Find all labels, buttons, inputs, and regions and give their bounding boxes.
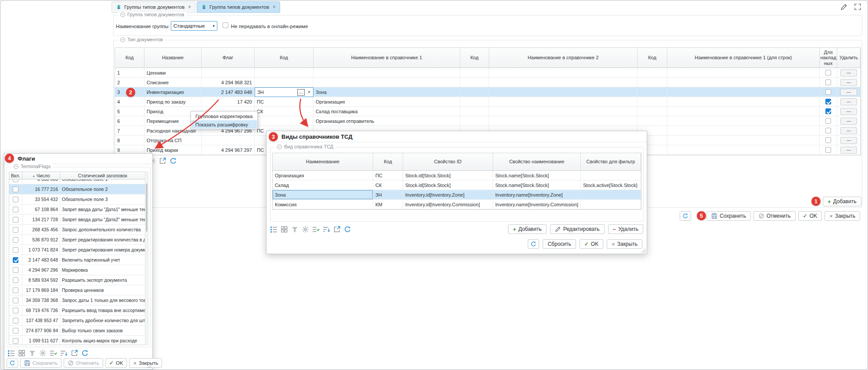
cell-enabled[interactable] (9, 305, 22, 316)
ok-button[interactable]: ✓OK (105, 358, 127, 368)
cell-for-invoice[interactable] (820, 136, 837, 145)
delete-row-button[interactable]: — (840, 127, 857, 134)
cell-ref1[interactable]: Организация отправитель (313, 116, 460, 126)
flag-row[interactable]: 8 388 608Обязательное поле 1 (9, 180, 145, 184)
cell-code3[interactable] (460, 107, 489, 116)
flag-row[interactable]: 17 179 869 184Проверка ценников (9, 285, 145, 295)
cell-caption[interactable]: Включить партионный учет (60, 255, 145, 265)
cell-caption[interactable]: Запрос даты 1 только для весового товара (60, 295, 145, 305)
cell-caption[interactable]: Маркировка (60, 265, 145, 275)
cell-code2[interactable]: ПС (255, 97, 313, 107)
cell-enabled[interactable] (9, 275, 22, 285)
cell-caption[interactable]: Выбор только своих заказов (60, 326, 145, 336)
cell-delete[interactable]: — (837, 87, 861, 97)
refresh-button[interactable] (7, 358, 18, 368)
cell-number[interactable]: 137 438 953 47 (22, 316, 60, 326)
cell-ref3[interactable] (667, 145, 820, 155)
cell-number[interactable]: 4 294 967 296 (22, 265, 60, 275)
delete-row-button[interactable]: — (840, 108, 857, 115)
clear-icon[interactable]: × (306, 89, 312, 95)
flag-checkbox[interactable] (13, 267, 18, 273)
cell-code2[interactable] (255, 116, 313, 126)
cell-code[interactable]: 2 (115, 78, 144, 87)
cell-delete[interactable]: — (837, 78, 861, 87)
cell-number[interactable]: 34 359 738 368 (22, 295, 60, 305)
cell-enabled[interactable] (9, 235, 22, 245)
cancel-button[interactable]: Отменить (753, 211, 796, 221)
cell-ref3[interactable] (667, 87, 820, 97)
cell-ref1[interactable] (313, 78, 460, 87)
cell-number[interactable]: 16 777 216 (22, 184, 60, 194)
export-icon[interactable] (333, 226, 341, 233)
cell-caption[interactable]: Запрос дополнительного количества (60, 225, 145, 235)
cell-for-invoice[interactable] (820, 107, 837, 116)
column-header[interactable]: Свойство ID (403, 153, 493, 171)
delete-row-button[interactable]: — (840, 147, 857, 154)
filter-icon[interactable] (291, 226, 299, 233)
column-header[interactable]: Свойство наименование (493, 153, 581, 171)
cell-caption[interactable]: Запрет ввода даты "Дата2" меньше текущей (60, 215, 145, 225)
flag-checkbox[interactable] (13, 338, 18, 344)
cell-code[interactable]: 8 (115, 136, 144, 145)
cell-number[interactable]: 67 108 864 (22, 205, 60, 215)
cell-code3[interactable] (460, 68, 489, 78)
cell-number[interactable]: 1 099 511 627 (22, 336, 60, 345)
flag-checkbox[interactable] (13, 207, 18, 212)
cell-ref2[interactable] (489, 97, 637, 107)
column-header[interactable]: Флаг (202, 48, 255, 68)
doc-type-row[interactable]: 2Списание4 294 968 321— (115, 78, 861, 87)
cell-flag[interactable]: 2 147 483 648 (202, 87, 255, 97)
cell-enabled[interactable] (9, 245, 22, 255)
cell-number[interactable]: 68 719 476 736 (22, 305, 60, 316)
cell-code[interactable]: 5 (115, 107, 144, 116)
cell-prop_name[interactable]: Inventory.name[Inventory.Commission] (493, 200, 581, 209)
scrollbar-thumb[interactable] (146, 183, 148, 232)
flag-checkbox[interactable] (13, 257, 18, 263)
cell-enabled[interactable] (9, 184, 22, 194)
column-header[interactable]: Название (144, 48, 202, 68)
cell-prop_filter[interactable] (581, 190, 641, 200)
context-menu-item[interactable]: Групповая корректировка (191, 112, 257, 120)
tsd-row[interactable]: ЗонаЗНInventory.id[Inventory.Zone]Invent… (273, 190, 641, 200)
cell-code4[interactable] (637, 78, 667, 87)
close-button[interactable]: ×Закрыть (607, 239, 642, 249)
cell-delete[interactable]: — (837, 97, 861, 107)
cell-delete[interactable]: — (837, 68, 861, 78)
cell-code[interactable]: СК (373, 180, 403, 190)
settings-icon[interactable] (39, 349, 47, 357)
cell-caption[interactable]: Запрет редактирования номера документа (60, 245, 145, 255)
cell-code[interactable]: 4 (115, 97, 144, 107)
cell-prop_name[interactable]: Stock.name[Stock.Stock] (493, 180, 581, 190)
tsd-row[interactable]: СкладСКStock.id[Stock.Stock]Stock.name[S… (273, 180, 641, 190)
add-button[interactable]: +Добавить (508, 224, 547, 234)
cell-caption[interactable]: Запрет редактирования количества в докум… (60, 235, 145, 245)
cell-for-invoice[interactable] (820, 97, 837, 107)
cell-enabled[interactable] (9, 336, 22, 345)
cell-flag[interactable]: 4 294 968 321 (202, 78, 255, 87)
flag-row[interactable]: 67 108 864Запрет ввода даты "Дата1" мень… (9, 205, 145, 215)
cell-code[interactable]: ЗН (373, 190, 403, 200)
tab-doc-type-group[interactable]: Группа типов документов × (197, 1, 280, 13)
for-invoice-checkbox[interactable] (825, 99, 831, 104)
sort-list-icon[interactable] (60, 349, 68, 357)
cell-number[interactable]: 134 217 728 (22, 215, 60, 225)
for-invoice-checkbox[interactable] (825, 89, 831, 95)
flag-checkbox[interactable] (13, 237, 18, 243)
cell-ref2[interactable] (489, 87, 637, 97)
cell-ref3[interactable] (667, 126, 820, 136)
flag-row[interactable]: 33 554 432Обязательное поле 3 (9, 194, 145, 205)
cell-code4[interactable] (637, 68, 667, 78)
vertical-scrollbar[interactable] (145, 172, 148, 345)
cell-code[interactable]: 1 (115, 68, 144, 78)
cell-number[interactable]: 2 147 483 648 (22, 255, 60, 265)
cell-code4[interactable] (637, 107, 667, 116)
flag-checkbox[interactable] (13, 247, 18, 253)
for-invoice-checkbox[interactable] (825, 118, 831, 124)
cell-name[interactable]: Приход марки (144, 145, 202, 155)
cell-prop_name[interactable]: Stock.name[Stock.Stock] (493, 171, 581, 180)
ok-button[interactable]: ✓OK (798, 211, 822, 221)
flag-row[interactable]: 4 294 967 296Маркировка (9, 265, 145, 275)
cell-name[interactable]: Списание (144, 78, 202, 87)
cell-code3[interactable] (460, 116, 489, 126)
collapse-icon[interactable] (14, 164, 18, 169)
